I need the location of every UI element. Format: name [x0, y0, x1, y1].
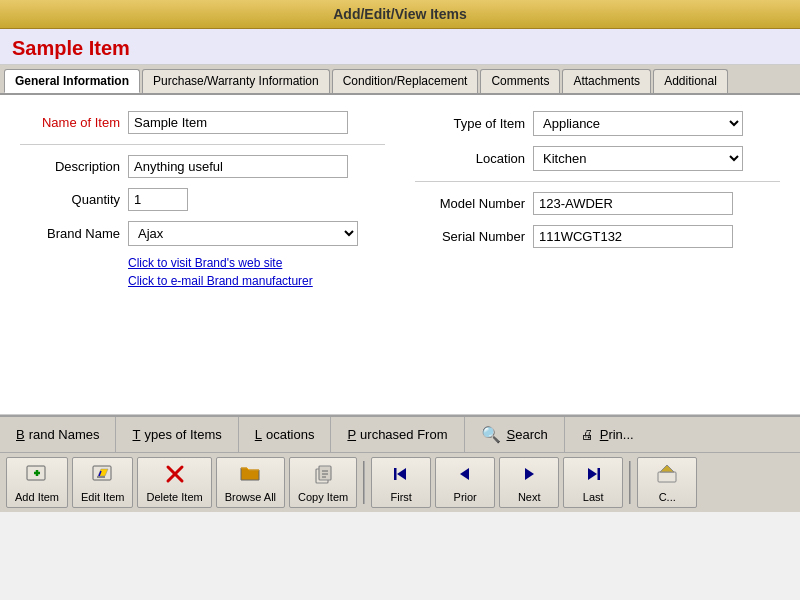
- svg-marker-21: [660, 465, 674, 472]
- quantity-row: Quantity: [20, 188, 385, 211]
- prior-button[interactable]: Prior: [435, 457, 495, 508]
- prior-label: Prior: [454, 491, 477, 503]
- nav-tab-purchased-from[interactable]: Purchased From: [331, 417, 464, 452]
- brand-email-link[interactable]: Click to e-mail Brand manufacturer: [128, 274, 385, 288]
- brand-name-select[interactable]: Ajax: [128, 221, 358, 246]
- right-column: Type of Item Appliance Location Kitchen …: [415, 111, 780, 288]
- add-item-icon: [25, 462, 49, 489]
- location-row: Location Kitchen: [415, 146, 780, 171]
- close-label: C...: [659, 491, 676, 503]
- action-buttons-row: Add Item Edit Item Delete: [0, 453, 800, 512]
- name-of-item-input[interactable]: [128, 111, 348, 134]
- first-button[interactable]: First: [371, 457, 431, 508]
- tab-purchase-warranty[interactable]: Purchase/Warranty Information: [142, 69, 330, 93]
- serial-number-label: Serial Number: [415, 229, 525, 244]
- brand-website-link[interactable]: Click to visit Brand's web site: [128, 256, 385, 270]
- location-select[interactable]: Kitchen: [533, 146, 743, 171]
- model-number-row: Model Number: [415, 192, 780, 215]
- delete-item-label: Delete Item: [146, 491, 202, 503]
- nav-tab-types-of-items[interactable]: Types of Items: [116, 417, 238, 452]
- tabs-bar: General Information Purchase/Warranty In…: [0, 65, 800, 95]
- description-label: Description: [20, 159, 120, 174]
- button-separator-2: [629, 461, 631, 504]
- title-bar: Add/Edit/View Items: [0, 0, 800, 29]
- button-separator: [363, 461, 365, 504]
- edit-item-label: Edit Item: [81, 491, 124, 503]
- search-icon: 🔍: [481, 425, 501, 444]
- nav-tab-brand-names[interactable]: Brand Names: [0, 417, 116, 452]
- print-icon: 🖨: [581, 427, 594, 442]
- model-number-input[interactable]: [533, 192, 733, 215]
- next-icon: [517, 462, 541, 489]
- tab-comments[interactable]: Comments: [480, 69, 560, 93]
- quantity-input[interactable]: [128, 188, 188, 211]
- serial-number-input[interactable]: [533, 225, 733, 248]
- model-number-label: Model Number: [415, 196, 525, 211]
- add-item-button[interactable]: Add Item: [6, 457, 68, 508]
- item-name-label: Sample Item: [12, 37, 130, 59]
- main-content: Name of Item Description Quantity Brand …: [0, 95, 800, 415]
- brand-links: Click to visit Brand's web site Click to…: [128, 256, 385, 288]
- item-name-bar: Sample Item: [0, 29, 800, 65]
- last-label: Last: [583, 491, 604, 503]
- nav-tab-print[interactable]: 🖨 Prin...: [565, 417, 650, 452]
- last-button[interactable]: Last: [563, 457, 623, 508]
- tab-additional[interactable]: Additional: [653, 69, 728, 93]
- left-column: Name of Item Description Quantity Brand …: [20, 111, 385, 288]
- next-button[interactable]: Next: [499, 457, 559, 508]
- svg-rect-18: [598, 468, 601, 480]
- svg-rect-14: [394, 468, 397, 480]
- nav-tab-locations[interactable]: Locations: [239, 417, 332, 452]
- tab-condition-replacement[interactable]: Condition/Replacement: [332, 69, 479, 93]
- last-icon: [581, 462, 605, 489]
- close-icon: [655, 462, 679, 489]
- browse-all-label: Browse All: [225, 491, 276, 503]
- delete-item-icon: [163, 462, 187, 489]
- type-of-item-select[interactable]: Appliance: [533, 111, 743, 136]
- bottom-toolbar: Brand Names Types of Items Locations Pur…: [0, 415, 800, 512]
- close-button[interactable]: C...: [637, 457, 697, 508]
- serial-number-row: Serial Number: [415, 225, 780, 248]
- svg-marker-19: [588, 468, 597, 480]
- tab-general-information[interactable]: General Information: [4, 69, 140, 93]
- svg-rect-20: [658, 472, 676, 482]
- svg-rect-6: [97, 476, 105, 478]
- type-of-item-label: Type of Item: [415, 116, 525, 131]
- nav-tabs-row: Brand Names Types of Items Locations Pur…: [0, 417, 800, 453]
- svg-rect-10: [319, 466, 331, 480]
- name-of-item-row: Name of Item: [20, 111, 385, 134]
- prior-icon: [453, 462, 477, 489]
- brand-name-label: Brand Name: [20, 226, 120, 241]
- quantity-label: Quantity: [20, 192, 120, 207]
- delete-item-button[interactable]: Delete Item: [137, 457, 211, 508]
- first-label: First: [390, 491, 411, 503]
- add-item-label: Add Item: [15, 491, 59, 503]
- description-input[interactable]: [128, 155, 348, 178]
- app-title: Add/Edit/View Items: [333, 6, 467, 22]
- svg-marker-15: [397, 468, 406, 480]
- browse-all-icon: [238, 462, 262, 489]
- tab-attachments[interactable]: Attachments: [562, 69, 651, 93]
- first-icon: [389, 462, 413, 489]
- next-label: Next: [518, 491, 541, 503]
- description-row: Description: [20, 155, 385, 178]
- browse-all-button[interactable]: Browse All: [216, 457, 285, 508]
- copy-item-icon: [311, 462, 335, 489]
- edit-item-icon: [91, 462, 115, 489]
- name-of-item-label: Name of Item: [20, 115, 120, 130]
- location-label: Location: [415, 151, 525, 166]
- copy-item-button[interactable]: Copy Item: [289, 457, 357, 508]
- brand-name-row: Brand Name Ajax: [20, 221, 385, 246]
- type-of-item-row: Type of Item Appliance: [415, 111, 780, 136]
- copy-item-label: Copy Item: [298, 491, 348, 503]
- svg-marker-17: [525, 468, 534, 480]
- svg-marker-16: [460, 468, 469, 480]
- edit-item-button[interactable]: Edit Item: [72, 457, 133, 508]
- nav-tab-search[interactable]: 🔍 Search: [465, 417, 565, 452]
